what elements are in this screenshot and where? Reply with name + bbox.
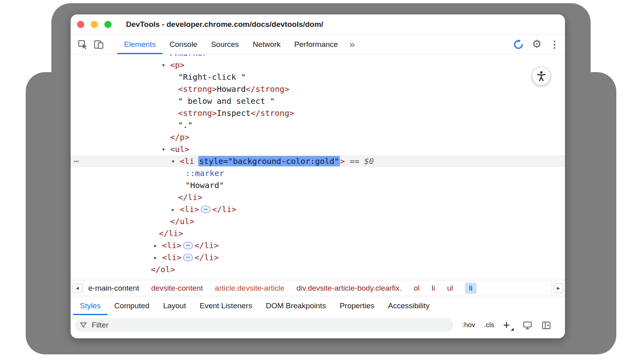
breadcrumb-item[interactable]: li bbox=[432, 284, 435, 293]
tab-sources[interactable]: Sources bbox=[204, 34, 246, 54]
sidebar-pane-tabs: Styles Computed Layout Event Listeners D… bbox=[71, 296, 565, 315]
tree-line-text-period[interactable]: "." bbox=[71, 119, 565, 131]
more-tabs-icon[interactable]: » bbox=[345, 34, 360, 54]
tree-line-strong-inspect[interactable]: <strong>Inspect</strong> bbox=[71, 107, 565, 119]
text-node: "Right-click " bbox=[178, 72, 246, 82]
tree-line-p-open[interactable]: ▾<p> bbox=[71, 59, 565, 71]
tag-open-strong: <strong> bbox=[178, 84, 217, 94]
breadcrumb-item[interactable]: devsite-content bbox=[151, 284, 203, 293]
tab-network[interactable]: Network bbox=[246, 34, 288, 54]
tree-line-strong-howard[interactable]: <strong>Howard</strong> bbox=[71, 83, 565, 95]
tab-label: Layout bbox=[163, 301, 186, 310]
expand-arrow-icon[interactable]: ▸ bbox=[154, 240, 162, 252]
tab-properties[interactable]: Properties bbox=[333, 296, 381, 315]
tab-label: Properties bbox=[339, 301, 374, 310]
tag-open-li: <li> bbox=[180, 204, 199, 214]
kebab-menu-icon[interactable]: ⋮ bbox=[550, 40, 559, 49]
rendering-display-icon[interactable] bbox=[522, 320, 532, 330]
tree-line-p-close[interactable]: </p> bbox=[71, 131, 565, 143]
breadcrumb-scroll-left-button[interactable]: ◀ bbox=[71, 280, 84, 296]
tag-open-ul: <ul> bbox=[170, 144, 189, 154]
tree-line-li-collapsed[interactable]: ▸<li>⋯</li> bbox=[71, 203, 565, 215]
tree-line-li-close-outer[interactable]: </li> bbox=[71, 227, 565, 239]
tab-console[interactable]: Console bbox=[163, 34, 204, 54]
collapse-arrow-icon[interactable]: ▾ bbox=[172, 156, 180, 168]
close-window-button[interactable] bbox=[77, 21, 84, 28]
chevron-left-icon: ◀ bbox=[73, 283, 82, 293]
accessibility-button[interactable] bbox=[532, 67, 551, 85]
breadcrumb-scroll-right-button[interactable]: ▶ bbox=[551, 280, 565, 296]
traffic-lights bbox=[71, 21, 112, 28]
tag-close-strong: </strong> bbox=[251, 108, 294, 118]
tag-open-li: <li> bbox=[162, 241, 181, 250]
window-titlebar: DevTools - developer.chrome.com/docs/dev… bbox=[71, 14, 565, 34]
long-press-caret-icon bbox=[511, 328, 514, 331]
tab-layout[interactable]: Layout bbox=[156, 296, 193, 315]
tree-line-ul-close[interactable]: </ul> bbox=[71, 215, 565, 227]
breadcrumb-item[interactable]: ol bbox=[414, 284, 420, 293]
attribute-style-highlighted[interactable]: style="background-color:gold" bbox=[198, 156, 340, 166]
tag-bracket: > bbox=[340, 156, 345, 166]
tree-line-li-collapsed[interactable]: ▸<li>⋯</li> bbox=[71, 239, 565, 251]
new-style-rule-button[interactable]: + bbox=[503, 320, 514, 331]
text-node: " below and select " bbox=[178, 96, 275, 106]
tab-computed[interactable]: Computed bbox=[108, 296, 156, 315]
chevron-right-icon: ▶ bbox=[554, 283, 563, 293]
toggle-sidebar-icon[interactable] bbox=[541, 320, 551, 330]
maximize-window-button[interactable] bbox=[104, 21, 112, 28]
elements-dom-tree: ::marker ▾<p> "Right-click " <strong>How… bbox=[71, 55, 565, 280]
devtools-panel-tabs: Elements Console Sources Network Perform… bbox=[117, 34, 345, 54]
tree-line-marker-clipped[interactable]: ::marker bbox=[71, 55, 565, 59]
tab-accessibility[interactable]: Accessibility bbox=[381, 296, 436, 315]
filter-input[interactable] bbox=[91, 320, 449, 330]
device-toolbar-icon[interactable] bbox=[91, 34, 107, 54]
accessibility-person-icon bbox=[536, 71, 547, 82]
tree-line-li-collapsed[interactable]: ▸<li>⋯</li> bbox=[71, 251, 565, 263]
tab-label: Performance bbox=[294, 40, 338, 49]
tag-close-ol: </ol> bbox=[151, 265, 175, 274]
inspect-element-icon[interactable] bbox=[75, 34, 91, 54]
collapse-arrow-icon[interactable]: ▾ bbox=[162, 59, 170, 71]
element-classes-button[interactable]: .cls bbox=[484, 321, 494, 329]
toggle-element-state-button[interactable]: :hov bbox=[462, 321, 475, 329]
tab-event-listeners[interactable]: Event Listeners bbox=[193, 296, 259, 315]
styles-filter-field[interactable] bbox=[75, 318, 453, 332]
breadcrumb-item[interactable]: article.devsite-article bbox=[215, 284, 284, 293]
tag-open-li: <li bbox=[180, 156, 194, 166]
breadcrumb-item[interactable]: div.devsite-article-body.clearfix. bbox=[297, 284, 402, 293]
tag-close-ul: </ul> bbox=[170, 216, 194, 226]
more-actions-icon[interactable]: ⋯ bbox=[74, 155, 79, 167]
tab-label: Console bbox=[169, 40, 197, 49]
tag-close-strong: </strong> bbox=[246, 84, 289, 94]
tree-line-text-rightclick[interactable]: "Right-click " bbox=[71, 71, 565, 83]
tag-close-li: </li> bbox=[212, 204, 236, 214]
hidden-children-icon[interactable]: ⋯ bbox=[183, 254, 193, 261]
expand-arrow-icon[interactable]: ▸ bbox=[172, 204, 180, 216]
tab-performance[interactable]: Performance bbox=[287, 34, 345, 54]
minimize-window-button[interactable] bbox=[91, 21, 98, 28]
collapse-arrow-icon[interactable]: ▾ bbox=[162, 144, 170, 156]
expand-arrow-icon[interactable]: ▸ bbox=[154, 252, 162, 264]
breadcrumb-item-selected[interactable]: li bbox=[465, 283, 476, 294]
sync-icon[interactable] bbox=[513, 39, 524, 50]
breadcrumb-item[interactable]: ul bbox=[447, 284, 453, 293]
tree-line-text-howard[interactable]: "Howard" bbox=[71, 179, 565, 191]
tab-elements[interactable]: Elements bbox=[117, 34, 163, 54]
tree-line-ul-open[interactable]: ▾<ul> bbox=[71, 143, 565, 155]
tree-line-text-below[interactable]: " below and select " bbox=[71, 95, 565, 107]
breadcrumb-item[interactable]: e-main-content bbox=[88, 284, 139, 293]
text-node: Howard bbox=[217, 84, 246, 94]
tag-close-li: </li> bbox=[178, 192, 202, 202]
window-title: DevTools - developer.chrome.com/docs/dev… bbox=[126, 20, 323, 29]
breadcrumb-bar: ◀ e-main-content devsite-content article… bbox=[71, 280, 565, 296]
hidden-children-icon[interactable]: ⋯ bbox=[183, 242, 193, 249]
tree-line-marker[interactable]: ::marker bbox=[71, 167, 565, 179]
tag-open-p: <p> bbox=[170, 60, 185, 70]
tree-line-li-selected[interactable]: ⋯▾<listyle="background-color:gold">==$0 bbox=[71, 155, 565, 167]
settings-gear-icon[interactable]: ⚙ bbox=[532, 39, 542, 50]
hidden-children-icon[interactable]: ⋯ bbox=[201, 206, 211, 213]
tree-line-ol-close[interactable]: </ol> bbox=[71, 263, 565, 275]
tab-dom-breakpoints[interactable]: DOM Breakpoints bbox=[259, 296, 333, 315]
tab-styles[interactable]: Styles bbox=[73, 296, 108, 315]
tree-line-li-close[interactable]: </li> bbox=[71, 191, 565, 203]
